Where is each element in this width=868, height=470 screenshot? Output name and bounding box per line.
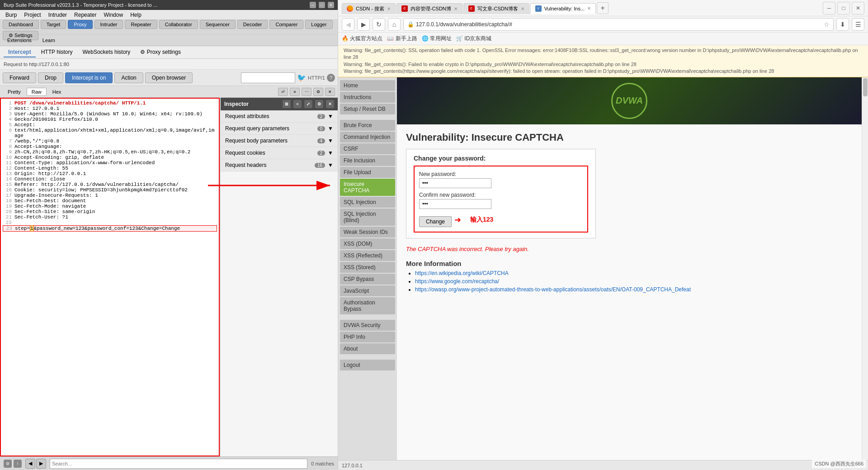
drop-button[interactable]: Drop <box>38 72 63 83</box>
menu-about[interactable]: About <box>340 343 395 354</box>
link-wiki[interactable]: https://en.wikipedia.org/wiki/CAPTCHA <box>415 270 509 276</box>
insp-icon-expand[interactable]: ⤢ <box>304 100 312 108</box>
browser-scrollbar[interactable] <box>862 77 868 460</box>
browser-tab-vuln[interactable]: V Vulnerability: Ins... ✕ <box>530 3 596 14</box>
menu-sql-injection[interactable]: SQL Injection <box>340 197 395 208</box>
link-recaptcha[interactable]: https://www.google.com/recaptcha/ <box>415 278 499 285</box>
menu-window[interactable]: Window <box>100 11 127 19</box>
subtab-websockets[interactable]: WebSockets history <box>78 47 135 57</box>
menu-file-upload[interactable]: File Upload <box>340 167 395 178</box>
rvtab-raw[interactable]: Raw <box>27 88 47 96</box>
menu-help[interactable]: Help <box>127 11 145 19</box>
menu-javascript[interactable]: JavaScript <box>340 285 395 296</box>
menu-xss-dom[interactable]: XSS (DOM) <box>340 238 395 249</box>
browser-tab-write[interactable]: C 写文章-CSDN博客 ✕ <box>463 3 529 14</box>
browser-close[interactable]: ✕ <box>852 2 864 14</box>
menu-file-inclusion[interactable]: File Inclusion <box>340 155 395 166</box>
tab-close-4[interactable]: ✕ <box>587 6 591 11</box>
insp-icon-close[interactable]: ✕ <box>326 100 334 108</box>
maximize-button[interactable]: □ <box>319 2 325 8</box>
menu-setup[interactable]: Setup / Reset DB <box>340 104 395 114</box>
tab-logger[interactable]: Logger <box>305 20 332 29</box>
new-tab-button[interactable]: + <box>597 2 609 14</box>
menu-intruder[interactable]: Intruder <box>45 11 71 19</box>
browser-tab-csdn-mgmt[interactable]: C 内容管理-CSDN博 ✕ <box>396 3 462 14</box>
tab-dashboard[interactable]: Dashboard <box>3 20 39 29</box>
forward-button[interactable]: Forward <box>3 72 36 83</box>
browser-tab-csdn-search[interactable]: CSDN - 搜索 ✕ <box>342 3 396 14</box>
menu-brute-force[interactable]: Brute Force <box>340 120 395 131</box>
intercept-toggle-button[interactable]: Intercept is on <box>65 72 113 83</box>
back-button[interactable]: ◀ <box>342 18 354 31</box>
inspector-section-header-request-attrs[interactable]: Request attributes 2 ▼ <box>221 110 338 122</box>
insp-icon-settings[interactable]: ⚙ <box>315 100 323 108</box>
inspector-section-header-body-params[interactable]: Request body parameters 4 ▼ <box>221 135 338 147</box>
address-bar[interactable]: 🔒 127.0.0.1/dvwa/vulnerabilities/captcha… <box>403 18 834 31</box>
forward-nav-arrow[interactable]: ▶ <box>36 459 46 469</box>
tab-sequencer[interactable]: Sequencer <box>200 20 236 29</box>
tab-repeater[interactable]: Repeater <box>125 20 157 29</box>
indent-icon[interactable]: ≡ <box>290 88 300 96</box>
menu-insecure-captcha[interactable]: Insecure CAPTCHA <box>340 179 395 196</box>
request-text-area[interactable]: 1POST /dvwa/vulnerabilities/captcha/ HTT… <box>0 98 220 456</box>
tab-decoder[interactable]: Decoder <box>237 20 268 29</box>
search-input[interactable] <box>241 72 295 83</box>
menu-sql-injection-blind[interactable]: SQL Injection (Blind) <box>340 209 395 226</box>
close-button[interactable]: ✕ <box>328 2 334 8</box>
inspector-section-header-headers[interactable]: Request headers 16 ▼ <box>221 159 338 171</box>
download-icon[interactable]: ⬇ <box>836 18 849 31</box>
bookmark-new-user[interactable]: 📖 新手上路 <box>387 35 417 43</box>
tab-collaborator[interactable]: Collaborator <box>159 20 198 29</box>
minimize-button[interactable]: ─ <box>310 2 316 8</box>
tab-comparer[interactable]: Comparer <box>269 20 303 29</box>
menu-repeater[interactable]: Repeater <box>71 11 100 19</box>
menu-weak-session[interactable]: Weak Session IDs <box>340 227 395 237</box>
menu-instructions[interactable]: Instructions <box>340 92 395 103</box>
more-icon[interactable]: ⋯ <box>302 88 311 96</box>
home-button[interactable]: ⌂ <box>388 18 401 31</box>
bookmark-jd[interactable]: 🛒 ID京东商城 <box>456 35 491 43</box>
menu-xss-reflected[interactable]: XSS (Reflected) <box>340 250 395 261</box>
close-panel-icon[interactable]: ✕ <box>325 88 335 96</box>
inspector-section-header-cookies[interactable]: Request cookies 2 ▼ <box>221 147 338 159</box>
wrap-icon[interactable]: ⏎ <box>278 88 288 96</box>
browser-restore[interactable]: □ <box>837 2 850 14</box>
subtab-http-history[interactable]: HTTP history <box>37 47 77 57</box>
action-button[interactable]: Action <box>114 72 143 83</box>
browser-minimize[interactable]: ─ <box>823 2 835 14</box>
link-owasp[interactable]: https://owasp.org/www-project-automated-… <box>415 286 691 293</box>
menu-csrf[interactable]: CSRF <box>340 143 395 154</box>
open-browser-button[interactable]: Open browser <box>145 72 193 83</box>
scroll-thumb[interactable] <box>863 78 868 96</box>
bookmark-firefox[interactable]: 🔥 火狐官方站点 <box>342 35 382 43</box>
rvtab-pretty[interactable]: Pretty <box>3 88 26 96</box>
tab-extensions[interactable]: Extensions <box>3 37 36 44</box>
refresh-button[interactable]: ↻ <box>373 18 385 31</box>
tab-learn[interactable]: Learn <box>38 37 60 44</box>
tab-close-1[interactable]: ✕ <box>387 6 391 11</box>
tab-intruder[interactable]: Intruder <box>94 20 123 29</box>
bookmark-common[interactable]: 🌐 常用网址 <box>422 35 452 43</box>
tab-target[interactable]: Target <box>41 20 66 29</box>
forward-button-browser[interactable]: ▶ <box>357 18 370 31</box>
subtab-proxy-settings[interactable]: ⚙ Proxy settings <box>136 47 185 57</box>
confirm-password-input[interactable] <box>419 199 491 209</box>
menu-command-injection[interactable]: Command Injection <box>340 132 395 142</box>
menu-xss-stored[interactable]: XSS (Stored) <box>340 262 395 273</box>
menu-logout[interactable]: Logout <box>340 360 395 370</box>
inspector-section-header-query-params[interactable]: Request query parameters 0 ▼ <box>221 123 338 134</box>
statusbar-search-input[interactable] <box>50 459 307 469</box>
tab-close-2[interactable]: ✕ <box>454 6 458 11</box>
menu-home[interactable]: Home <box>340 80 395 91</box>
tab-proxy[interactable]: Proxy <box>68 20 92 29</box>
help-icon[interactable]: ? <box>327 74 335 82</box>
insp-icon-list[interactable]: ≡ <box>293 100 302 108</box>
insp-icon-columns[interactable]: ⊞ <box>283 100 291 108</box>
alert-status-icon[interactable]: ! <box>14 460 22 468</box>
menu-icon-browser[interactable]: ☰ <box>852 18 864 31</box>
menu-burp[interactable]: Burp <box>2 11 20 19</box>
new-password-input[interactable] <box>419 178 491 188</box>
settings-status-icon[interactable]: ⚙ <box>4 460 12 468</box>
settings-icon[interactable]: ⚙ <box>313 88 323 96</box>
menu-csp-bypass[interactable]: CSP Bypass <box>340 274 395 285</box>
